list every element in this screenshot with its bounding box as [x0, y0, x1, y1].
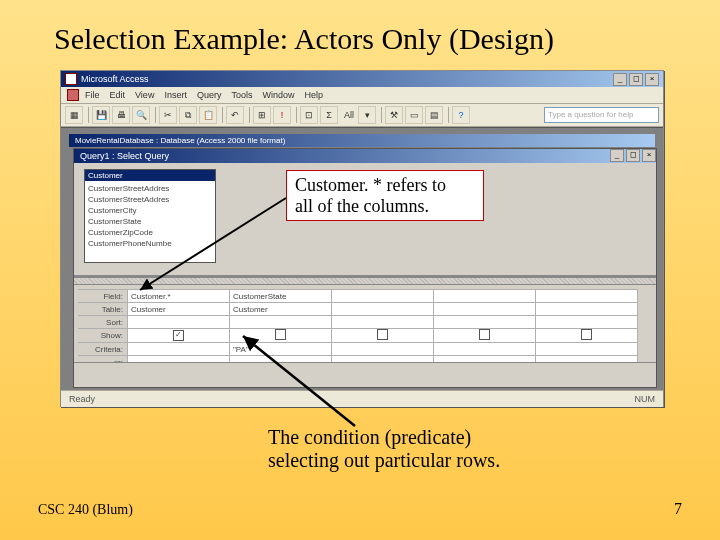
menu-view[interactable]: View: [135, 90, 154, 100]
menu-insert[interactable]: Insert: [164, 90, 187, 100]
field-item[interactable]: CustomerZipCode: [88, 227, 212, 238]
show-checkbox-2[interactable]: [377, 329, 388, 340]
cell-table-0[interactable]: Customer: [128, 303, 230, 316]
access-window: Microsoft Access _ ◻ × File Edit View In…: [60, 70, 664, 407]
save-button[interactable]: 💾: [92, 106, 110, 124]
slide-title: Selection Example: Actors Only (Design): [54, 22, 690, 56]
menu-edit[interactable]: Edit: [110, 90, 126, 100]
qbe-grid[interactable]: Field: Customer.* CustomerState Table: C…: [78, 289, 638, 369]
query-type-button[interactable]: ⊞: [253, 106, 271, 124]
cell-field-2[interactable]: [332, 290, 434, 303]
callout-predicate: The condition (predicate) selecting out …: [268, 426, 500, 472]
query-window-title: Query1 : Select Query: [80, 149, 169, 163]
db-window-titlebar[interactable]: MovieRentalDatabase : Database (Access 2…: [69, 134, 655, 147]
properties-button[interactable]: ▾: [358, 106, 376, 124]
toolbar: ▦ 💾 🖶 🔍 ✂ ⧉ 📋 ↶ ⊞ ! ⊡ Σ All ▾ ⚒ ▭ ▤ ? T: [61, 104, 663, 127]
paste-button[interactable]: 📋: [199, 106, 217, 124]
table-customer[interactable]: Customer CustomerStreetAddres CustomerSt…: [84, 169, 216, 263]
menu-tools[interactable]: Tools: [231, 90, 252, 100]
cell-table-1[interactable]: Customer: [230, 303, 332, 316]
qbe-grid-pane: Field: Customer.* CustomerState Table: C…: [74, 285, 656, 375]
preview-button[interactable]: 🔍: [132, 106, 150, 124]
field-item[interactable]: CustomerCity: [88, 205, 212, 216]
cell-criteria-1[interactable]: "PA": [230, 343, 332, 356]
run-button[interactable]: !: [273, 106, 291, 124]
db-window-button[interactable]: ▭: [405, 106, 423, 124]
view-button[interactable]: ▦: [65, 106, 83, 124]
field-item[interactable]: CustomerStreetAddres: [88, 194, 212, 205]
cell-field-4[interactable]: [536, 290, 638, 303]
totals-button[interactable]: Σ: [320, 106, 338, 124]
query-close-button[interactable]: ×: [642, 149, 656, 162]
new-object-button[interactable]: ▤: [425, 106, 443, 124]
cell-field-1[interactable]: CustomerState: [230, 290, 332, 303]
field-item[interactable]: CustomerPhoneNumbe: [88, 238, 212, 249]
pane-splitter[interactable]: [74, 277, 656, 285]
field-item[interactable]: CustomerStreetAddres: [88, 183, 212, 194]
table-box-title: Customer: [85, 170, 215, 181]
status-ready: Ready: [69, 394, 95, 404]
row-header-table: Table:: [78, 303, 128, 316]
row-header-show: Show:: [78, 329, 128, 343]
print-button[interactable]: 🖶: [112, 106, 130, 124]
app-title: Microsoft Access: [81, 74, 149, 84]
help-button[interactable]: ?: [452, 106, 470, 124]
help-search-input[interactable]: Type a question for help: [544, 107, 659, 123]
table-field-list[interactable]: CustomerStreetAddres CustomerStreetAddre…: [85, 181, 215, 251]
show-checkbox-0[interactable]: ✓: [173, 330, 184, 341]
maximize-button[interactable]: ◻: [629, 73, 643, 86]
footer-course: CSC 240 (Blum): [38, 502, 133, 518]
close-button[interactable]: ×: [645, 73, 659, 86]
callout-customer-star: Customer. * refers to all of the columns…: [286, 170, 484, 221]
mdi-control-icon[interactable]: [67, 89, 79, 101]
row-header-criteria: Criteria:: [78, 343, 128, 356]
copy-button[interactable]: ⧉: [179, 106, 197, 124]
minimize-button[interactable]: _: [613, 73, 627, 86]
callout2-line1: The condition (predicate): [268, 426, 500, 449]
query-maximize-button[interactable]: ◻: [626, 149, 640, 162]
row-header-field: Field:: [78, 290, 128, 303]
callout2-line2: selecting out particular rows.: [268, 449, 500, 472]
slide: Selection Example: Actors Only (Design) …: [0, 0, 720, 540]
build-button[interactable]: ⚒: [385, 106, 403, 124]
cell-field-3[interactable]: [434, 290, 536, 303]
app-titlebar: Microsoft Access _ ◻ ×: [61, 71, 663, 87]
cell-field-0[interactable]: Customer.*: [128, 290, 230, 303]
status-numlock: NUM: [635, 394, 656, 404]
undo-button[interactable]: ↶: [226, 106, 244, 124]
mdi-workspace: MovieRentalDatabase : Database (Access 2…: [61, 127, 663, 390]
menu-help[interactable]: Help: [304, 90, 323, 100]
query-window-titlebar[interactable]: Query1 : Select Query _ ◻ ×: [74, 149, 656, 163]
page-number: 7: [674, 500, 682, 518]
menu-query[interactable]: Query: [197, 90, 222, 100]
top-values-label[interactable]: All: [344, 110, 354, 120]
access-app-icon: [65, 73, 77, 85]
show-checkbox-4[interactable]: [581, 329, 592, 340]
callout1-line2: all of the columns.: [295, 196, 475, 217]
show-checkbox-3[interactable]: [479, 329, 490, 340]
row-header-sort: Sort:: [78, 316, 128, 329]
menu-window[interactable]: Window: [262, 90, 294, 100]
field-item[interactable]: CustomerState: [88, 216, 212, 227]
menubar: File Edit View Insert Query Tools Window…: [61, 87, 663, 104]
cut-button[interactable]: ✂: [159, 106, 177, 124]
show-checkbox-1[interactable]: [275, 329, 286, 340]
query-minimize-button[interactable]: _: [610, 149, 624, 162]
callout1-line1: Customer. * refers to: [295, 175, 475, 196]
menu-file[interactable]: File: [85, 90, 100, 100]
grid-horizontal-scrollbar[interactable]: [74, 362, 656, 375]
show-table-button[interactable]: ⊡: [300, 106, 318, 124]
statusbar: Ready NUM: [61, 390, 663, 407]
